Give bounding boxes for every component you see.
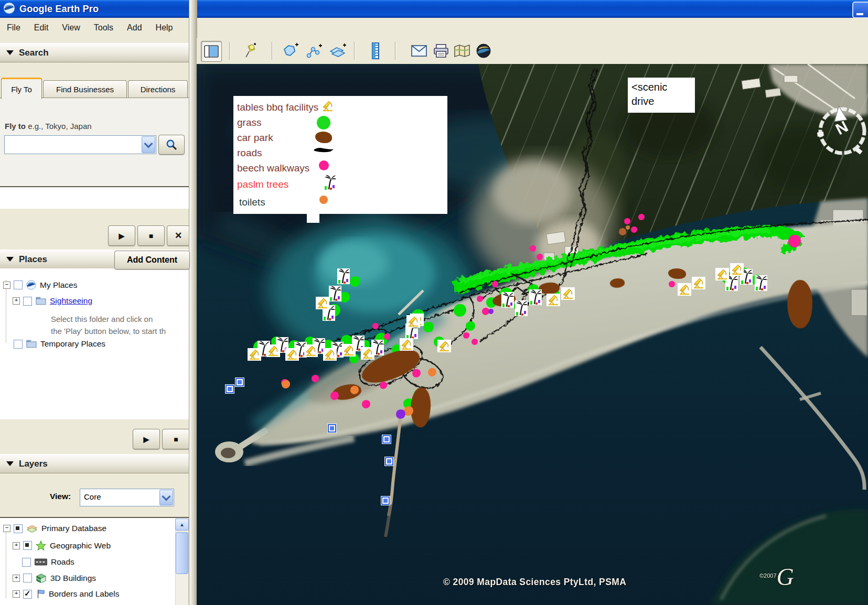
search-panel-header[interactable]: Search bbox=[0, 43, 189, 62]
bbq-table-placemark[interactable] bbox=[285, 348, 299, 363]
menu-add[interactable]: Add bbox=[120, 20, 148, 36]
vertex-handle[interactable] bbox=[381, 496, 390, 505]
palm-tree-placemark[interactable] bbox=[529, 289, 542, 307]
tree-row-geographic-web[interactable]: + Geographic Web bbox=[13, 541, 111, 550]
collapse-triangle-icon bbox=[6, 257, 14, 262]
vertex-handle[interactable] bbox=[235, 378, 244, 386]
borders-labels-checkbox[interactable] bbox=[23, 590, 32, 599]
bbq-table-placemark[interactable] bbox=[715, 268, 729, 283]
expand-expander-icon[interactable]: + bbox=[13, 297, 20, 305]
add-path-button[interactable] bbox=[304, 41, 324, 61]
scenic-drive-label[interactable]: <scenic drive bbox=[628, 78, 695, 113]
scrollbar-up-button[interactable]: ▲ bbox=[175, 518, 189, 531]
palm-tree-placemark[interactable] bbox=[501, 292, 514, 310]
sightseeing-checkbox[interactable] bbox=[23, 297, 32, 306]
search-play-tour-button[interactable]: ▶ bbox=[108, 225, 135, 246]
sightseeing-note-line2: the 'Play' button below, to start th bbox=[51, 327, 166, 336]
palm-tree-placemark[interactable] bbox=[337, 268, 350, 286]
bbq-table-placemark[interactable] bbox=[248, 348, 261, 363]
fly-to-combobox[interactable] bbox=[4, 135, 156, 154]
minimize-button[interactable] bbox=[852, 2, 868, 18]
places-play-tour-button[interactable]: ▶ bbox=[133, 429, 160, 449]
combo-dropdown-button[interactable] bbox=[159, 490, 173, 505]
fly-to-input[interactable] bbox=[5, 136, 142, 153]
bbq-table-placemark[interactable] bbox=[304, 344, 318, 359]
menu-view[interactable]: View bbox=[55, 20, 87, 36]
bbq-table-placemark[interactable] bbox=[730, 263, 744, 278]
email-button[interactable] bbox=[409, 41, 429, 61]
bbq-table-placemark[interactable] bbox=[561, 287, 575, 302]
layers-view-combobox[interactable]: Core bbox=[80, 489, 174, 506]
sidebar-toggle-button[interactable] bbox=[201, 41, 222, 62]
search-stop-tour-button[interactable]: ■ bbox=[137, 225, 165, 246]
scrollbar-thumb[interactable] bbox=[176, 532, 188, 574]
tree-row-my-places[interactable]: − My Places bbox=[3, 280, 78, 290]
google-watermark: ©2007G bbox=[759, 563, 794, 591]
collapse-triangle-icon bbox=[6, 461, 14, 466]
primary-database-checkbox[interactable] bbox=[14, 524, 23, 533]
sightseeing-link[interactable]: Sightseeing bbox=[50, 296, 92, 306]
tree-row-primary-database[interactable]: − Primary Database bbox=[3, 524, 106, 533]
palm-tree-placemark[interactable] bbox=[515, 300, 528, 318]
menu-file[interactable]: File bbox=[0, 20, 27, 36]
buildings-checkbox[interactable] bbox=[23, 574, 32, 582]
add-placemark-button[interactable] bbox=[240, 41, 260, 61]
bbq-table-placemark[interactable] bbox=[342, 344, 356, 359]
layers-panel-header[interactable]: Layers bbox=[0, 454, 189, 473]
roads-checkbox[interactable] bbox=[22, 558, 31, 567]
add-polygon-button[interactable] bbox=[281, 41, 301, 61]
search-clear-button[interactable]: ✕ bbox=[167, 225, 190, 246]
bbq-table-placemark[interactable] bbox=[316, 297, 329, 311]
bbq-table-placemark[interactable] bbox=[266, 344, 280, 359]
toolbar-separator bbox=[354, 42, 355, 60]
menu-help[interactable]: Help bbox=[149, 20, 180, 36]
beach-walkway-dot bbox=[471, 339, 478, 345]
geographic-web-checkbox[interactable] bbox=[23, 541, 32, 550]
bbq-table-placemark[interactable] bbox=[437, 340, 451, 354]
vertex-handle[interactable] bbox=[328, 424, 336, 433]
ruler-button[interactable] bbox=[366, 41, 385, 61]
tree-row-3d-buildings[interactable]: + 3D Buildings bbox=[13, 573, 96, 583]
title-bar[interactable]: Google Earth Pro bbox=[0, 0, 868, 18]
sidebar-resize-handle[interactable] bbox=[189, 0, 197, 605]
my-places-checkbox[interactable] bbox=[14, 280, 23, 289]
bbq-table-placemark[interactable] bbox=[692, 277, 705, 291]
earth-button[interactable] bbox=[474, 41, 494, 61]
collapse-expander-icon[interactable]: − bbox=[3, 525, 10, 532]
view-in-maps-button[interactable] bbox=[452, 41, 472, 61]
places-stop-tour-button[interactable]: ■ bbox=[162, 429, 190, 449]
print-button[interactable] bbox=[431, 41, 451, 61]
palm-tree-placemark[interactable] bbox=[755, 275, 767, 293]
tab-fly-to[interactable]: Fly To bbox=[1, 78, 42, 99]
add-content-button[interactable]: Add Content bbox=[114, 251, 190, 269]
bbq-table-placemark[interactable] bbox=[546, 294, 560, 308]
search-go-button[interactable] bbox=[158, 135, 185, 155]
tree-row-roads[interactable]: Roads bbox=[22, 557, 74, 567]
tree-row-borders-labels[interactable]: + Borders and Labels bbox=[13, 589, 119, 599]
bbq-table-placemark[interactable] bbox=[678, 283, 691, 298]
palm-tree-placemark[interactable] bbox=[329, 286, 341, 304]
expand-expander-icon[interactable]: + bbox=[13, 542, 20, 549]
tree-row-temporary-places[interactable]: Temporary Places bbox=[14, 339, 105, 349]
vertex-handle[interactable] bbox=[385, 457, 393, 466]
bbq-table-placemark[interactable] bbox=[323, 348, 337, 363]
map-legend[interactable]: tables bbq facilitys grass car park road… bbox=[233, 96, 447, 214]
compass-rose[interactable]: N bbox=[817, 105, 867, 157]
expand-expander-icon[interactable]: + bbox=[13, 575, 20, 582]
satellite-map[interactable]: tables bbq facilitys grass car park road… bbox=[197, 64, 868, 605]
bbq-table-placemark[interactable] bbox=[361, 347, 374, 362]
temporary-places-checkbox[interactable] bbox=[14, 340, 23, 349]
vertex-handle[interactable] bbox=[226, 385, 234, 393]
bbq-table-placemark[interactable] bbox=[400, 338, 413, 353]
collapse-expander-icon[interactable]: − bbox=[3, 282, 10, 289]
combo-dropdown-button[interactable] bbox=[142, 136, 155, 153]
tab-find-businesses[interactable]: Find Businesses bbox=[43, 80, 127, 98]
tab-directions[interactable]: Directions bbox=[128, 80, 188, 98]
tree-row-sightseeing[interactable]: + Sightseeing bbox=[13, 296, 92, 306]
menu-edit[interactable]: Edit bbox=[27, 20, 56, 36]
expand-expander-icon[interactable]: + bbox=[13, 590, 20, 598]
vertex-handle[interactable] bbox=[382, 435, 391, 444]
bbq-table-placemark[interactable] bbox=[406, 315, 420, 330]
menu-tools[interactable]: Tools bbox=[87, 20, 120, 36]
add-image-overlay-button[interactable] bbox=[328, 41, 348, 61]
